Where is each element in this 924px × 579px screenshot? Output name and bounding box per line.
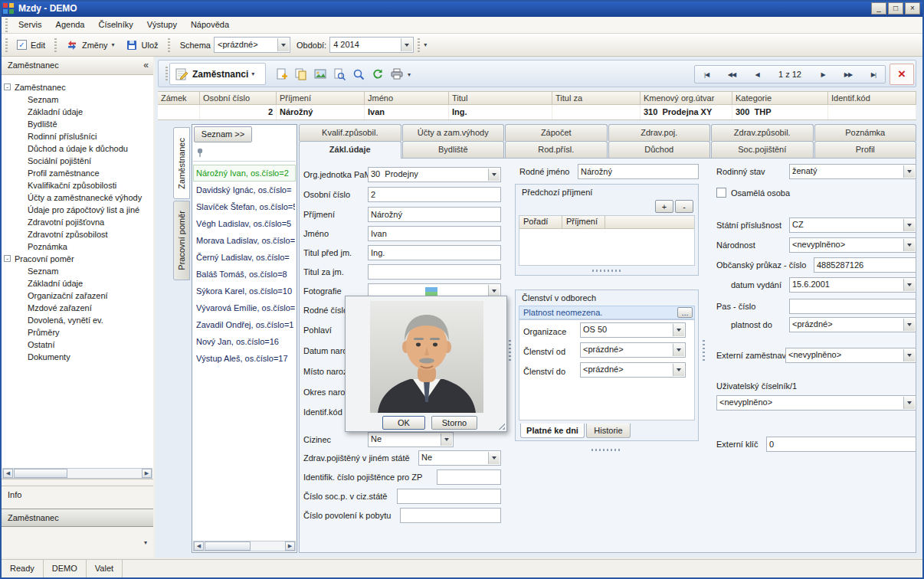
nav-prev-page-button[interactable]: ◀◀ <box>723 71 740 78</box>
employee-list-item[interactable]: Slavíček Štefan, os.číslo=5 <box>193 198 296 215</box>
seznam-button[interactable]: Seznam >> <box>194 126 252 142</box>
identif-cislo-zp-input[interactable] <box>437 469 501 485</box>
pas-cislo-input[interactable] <box>789 299 916 314</box>
employee-list-item[interactable]: Nárožný Ivan, os.číslo=2 <box>193 165 296 182</box>
minimize-button[interactable]: _ <box>871 2 886 15</box>
grid-column-header[interactable]: Jméno <box>365 92 449 104</box>
collapse-sidebar-icon[interactable]: « <box>143 57 149 74</box>
scrollbar-thumb[interactable] <box>205 541 251 551</box>
cizinec-select[interactable]: Ne <box>368 432 454 447</box>
tree-item[interactable]: Údaje pro zápočtový list a jiné <box>2 204 153 216</box>
grid-column-header[interactable]: Kmenový org.útvar <box>641 92 732 104</box>
tree-item[interactable]: Zdravotní pojišťovna <box>2 216 153 228</box>
cislo-soc-input[interactable] <box>397 489 501 504</box>
tab-platne-ke-dni[interactable]: Platné ke dni <box>520 424 585 438</box>
detail-tab[interactable]: Kvalif.způsobil. <box>299 124 401 141</box>
tree-item[interactable]: Organizační zařazení <box>2 290 153 302</box>
grid-column-header[interactable]: Pořadí <box>519 216 562 228</box>
employee-list-item[interactable]: Végh Ladislav, os.číslo=5 <box>193 215 296 232</box>
detail-tab[interactable]: Důchod <box>608 141 711 158</box>
search-icon[interactable] <box>350 66 367 83</box>
datum-vydani-select[interactable]: 15.6.2001 <box>789 277 916 293</box>
tree-collapse-icon[interactable] <box>4 255 11 262</box>
rodinny-stav-select[interactable]: ženatý <box>789 164 916 179</box>
dropdown-arrow-icon[interactable] <box>903 219 915 231</box>
dropdown-arrow-icon[interactable] <box>488 452 500 464</box>
grid-column-header[interactable]: Kategorie <box>732 92 828 104</box>
scroll-right-icon[interactable]: ▶ <box>285 541 295 551</box>
title-bar[interactable]: Mzdy - DEMO _ □ × <box>0 0 924 17</box>
nav-last-button[interactable]: ▶| <box>865 71 882 78</box>
employee-list-item[interactable]: Výstup Aleš, os.číslo=17 <box>193 350 296 367</box>
platnost-do-select[interactable]: <prázdné> <box>789 317 916 332</box>
resize-grip-icon[interactable] <box>497 422 505 430</box>
menu-item[interactable]: Servis <box>11 17 49 33</box>
zmeny-button[interactable]: Změny ▾ <box>61 36 120 54</box>
refresh-icon[interactable] <box>369 66 386 83</box>
org-jednotka-select[interactable]: 30 Prodejny <box>368 167 501 182</box>
photo-icon[interactable] <box>312 66 329 83</box>
detail-tab[interactable]: Zápočet <box>505 124 608 141</box>
uzivatelsky-ciselnik-select[interactable]: <nevyplněno> <box>716 395 916 411</box>
print-icon[interactable] <box>388 66 405 83</box>
sidebar-options-icon[interactable]: ▾ <box>144 539 147 546</box>
dropdown-arrow-icon[interactable] <box>903 239 915 251</box>
grid-column-header[interactable]: Příjmení <box>562 216 605 228</box>
tree-item[interactable]: Rodinní příslušníci <box>2 130 153 142</box>
tree-collapse-icon[interactable] <box>4 83 11 90</box>
photo-storno-button[interactable]: Storno <box>431 416 477 430</box>
grid-column-header[interactable]: Titul za <box>552 92 641 104</box>
tree-item[interactable]: Sociální pojištění <box>2 155 153 167</box>
uloz-button[interactable]: Ulož <box>120 36 164 54</box>
employee-list-item[interactable]: Davidský Ignác, os.číslo= <box>193 182 296 198</box>
rodne-jmeno-input[interactable]: Nárožný <box>578 164 699 179</box>
scroll-left-icon[interactable]: ◀ <box>3 469 13 478</box>
prijmeni-input[interactable]: Nárožný <box>368 207 501 222</box>
menu-item[interactable]: Nápověda <box>184 17 236 33</box>
tree-item[interactable]: Ostatní <box>2 339 153 351</box>
tree-item[interactable]: Základní údaje <box>2 106 153 118</box>
dropdown-arrow-icon[interactable] <box>277 38 289 51</box>
dropdown-arrow-icon[interactable] <box>903 165 915 178</box>
grid-column-header[interactable]: Příjmení <box>277 92 365 104</box>
tree-item[interactable]: Zaměstnanec <box>2 81 153 93</box>
close-view-button[interactable]: × <box>890 64 914 85</box>
new-record-icon[interactable] <box>274 66 290 83</box>
dropdown-arrow-icon[interactable] <box>401 38 412 51</box>
tree-item[interactable]: Seznam <box>2 93 153 106</box>
detail-tab[interactable]: Zdrav.poj. <box>608 124 711 141</box>
dropdown-arrow-icon[interactable] <box>441 433 452 446</box>
grid-column-header[interactable]: Identif.kód <box>828 92 916 104</box>
tab-zamestnanec[interactable]: Zaměstnanec <box>173 127 190 199</box>
statni-prislusnost-select[interactable]: CZ <box>789 218 916 233</box>
obdobi-select[interactable]: 4 2014 <box>329 37 414 53</box>
tree-item[interactable]: Pracovní poměr <box>2 253 153 265</box>
tree-item[interactable]: Poznámka <box>2 240 153 253</box>
dropdown-arrow-icon[interactable] <box>903 319 915 331</box>
record-toolbar-overflow-icon[interactable]: ▾ <box>408 71 411 78</box>
tab-historie[interactable]: Historie <box>586 424 631 438</box>
detail-tab[interactable]: Rod.přísl. <box>505 141 608 158</box>
preview-icon[interactable] <box>331 66 348 83</box>
edit-toggle-button[interactable]: ✓ Edit <box>11 36 51 54</box>
tree-item[interactable]: Průměry <box>2 326 153 339</box>
close-window-button[interactable]: × <box>905 2 920 15</box>
remove-row-button[interactable]: - <box>675 200 693 213</box>
splitter-grip-icon[interactable] <box>509 340 511 363</box>
sidebar-module-zamestnanec[interactable]: Zaměstnanec <box>2 509 153 527</box>
add-row-button[interactable]: + <box>655 200 673 213</box>
tree-item[interactable]: Seznam <box>2 265 153 277</box>
menu-item[interactable]: Výstupy <box>140 17 184 33</box>
titul-za-input[interactable] <box>368 264 501 280</box>
clenstvi-od-select[interactable]: <prázdné> <box>580 342 686 358</box>
detail-tab[interactable]: Soc.pojištění <box>711 141 814 158</box>
tree-item[interactable]: Profil zaměstnance <box>2 167 153 179</box>
grid-column-header[interactable]: Zámek <box>158 92 200 104</box>
tree-hscrollbar[interactable]: ◀ ▶ <box>2 468 152 479</box>
tree-item[interactable]: Účty a zaměstnanecké výhody <box>2 191 153 204</box>
scroll-left-icon[interactable]: ◀ <box>194 541 204 551</box>
list-hscrollbar[interactable]: ◀ ▶ <box>193 541 296 551</box>
grid-column-header[interactable]: Titul <box>449 92 552 104</box>
tree-item[interactable]: Dokumenty <box>2 351 153 363</box>
employee-list-item[interactable]: Vývarová Emílie, os.číslo= <box>193 299 296 316</box>
